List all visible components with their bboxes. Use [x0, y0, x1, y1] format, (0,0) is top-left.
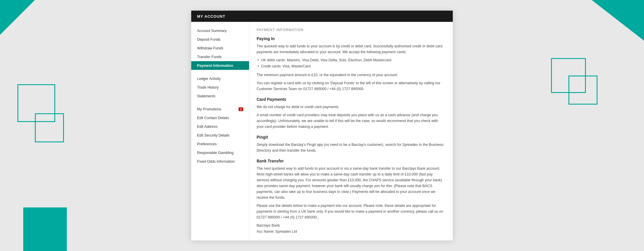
sidebar-item-label-edit-address: Edit Address: [197, 125, 217, 129]
sidebar-item-label-account-summary: Account Summary: [197, 29, 227, 33]
sidebar-item-my-promotions[interactable]: My Promotions2: [191, 105, 249, 114]
sidebar-item-label-payment-information: Payment Information: [197, 64, 233, 68]
section-para-card-payments-1: A small number of credit card providers …: [257, 112, 446, 129]
sidebar-item-transfer-funds[interactable]: Transfer Funds: [191, 53, 249, 61]
content-section-title: PAYMENT INFORMATION: [257, 28, 446, 32]
section-para-pingit-0: Simply download the Barclay's Pingit app…: [257, 141, 446, 153]
sidebar-item-label-transfer-funds: Transfer Funds: [197, 55, 221, 59]
sidebar-item-edit-security-details[interactable]: Edit Security Details: [191, 131, 249, 140]
sidebar-item-edit-contact-details[interactable]: Edit Contact Details: [191, 114, 249, 122]
sidebar-item-fixed-odds-information[interactable]: Fixed Odds Information: [191, 157, 249, 166]
sidebar-item-statements[interactable]: Statements: [191, 92, 249, 101]
section-list-item-paying-in-0: UK debit cards: Maestro, Visa Debit, Vis…: [261, 57, 446, 63]
sidebar-divider-8: [191, 101, 249, 105]
sidebar: Account SummaryDeposit FundsWithdraw Fun…: [191, 22, 249, 241]
content-sections: Paying InThe quickest way to add funds t…: [257, 36, 446, 235]
sidebar-item-label-my-promotions: My Promotions: [197, 107, 221, 111]
section-para-paying-in-0: The quickest way to add funds to your ac…: [257, 43, 446, 55]
sidebar-item-label-edit-security-details: Edit Security Details: [197, 133, 230, 137]
section-heading-pingit: Pingit: [257, 135, 446, 139]
sidebar-item-label-fixed-odds-information: Fixed Odds Information: [197, 159, 235, 164]
sidebar-item-deposit-funds[interactable]: Deposit Funds: [191, 35, 249, 44]
section-list-item-paying-in-1: Credit cards: Visa, MasterCard: [261, 63, 446, 69]
sidebar-item-label-statements: Statements: [197, 94, 215, 98]
section-heading-card-payments: Card Payments: [257, 97, 446, 101]
sidebar-item-label-deposit-funds: Deposit Funds: [197, 37, 221, 42]
sidebar-item-ledger-activity[interactable]: Ledger Activity: [191, 74, 249, 83]
sidebar-item-responsible-gambling[interactable]: Responsible Gambling: [191, 148, 249, 157]
section-heading-paying-in: Paying In: [257, 36, 446, 41]
account-panel: MY ACCOUNT Account SummaryDeposit FundsW…: [191, 11, 453, 241]
sidebar-item-label-ledger-activity: Ledger Activity: [197, 77, 221, 81]
sidebar-item-preferences[interactable]: Preferences: [191, 140, 249, 148]
bg-decoration-outline-2: [35, 113, 64, 142]
bg-decoration-teal-topleft: [0, 0, 35, 35]
bank-detail-bank-transfer-0: Barclays Bank: [257, 222, 446, 228]
sidebar-item-trade-history[interactable]: Trade History: [191, 83, 249, 92]
bank-detail-bank-transfer-1: Acc Name: Spreadex Ltd: [257, 228, 446, 234]
section-para-card-payments-0: We do not charge for debit or credit car…: [257, 104, 446, 110]
main-content: PAYMENT INFORMATION Paying InThe quickes…: [249, 22, 453, 241]
section-para-bank-transfer-1: Please use the details below to make a p…: [257, 202, 446, 220]
sidebar-item-label-preferences: Preferences: [197, 142, 217, 146]
bg-decoration-teal-bottomleft: [23, 207, 67, 251]
section-list-paying-in: UK debit cards: Maestro, Visa Debit, Vis…: [257, 57, 446, 70]
sidebar-badge-my-promotions: 2: [239, 107, 243, 111]
section-afterpara-paying-in-0: The minimum payment amount is £10, or th…: [257, 72, 446, 78]
sidebar-divider-5: [191, 70, 249, 74]
sidebar-item-payment-information[interactable]: Payment Information: [191, 61, 249, 70]
bg-decoration-teal-topright: [592, 0, 644, 41]
sidebar-item-account-summary[interactable]: Account Summary: [191, 26, 249, 35]
section-afterpara-paying-in-1: You can register a card with us by click…: [257, 80, 446, 92]
account-header-title: MY ACCOUNT: [197, 14, 225, 19]
sidebar-item-label-responsible-gambling: Responsible Gambling: [197, 151, 234, 155]
account-header: MY ACCOUNT: [191, 11, 453, 22]
content-area: Account SummaryDeposit FundsWithdraw Fun…: [191, 22, 453, 241]
section-para-bank-transfer-0: The next quickest way to add funds to yo…: [257, 165, 446, 200]
sidebar-item-edit-address[interactable]: Edit Address: [191, 122, 249, 131]
sidebar-item-label-trade-history: Trade History: [197, 85, 219, 89]
sidebar-item-withdraw-funds[interactable]: Withdraw Funds: [191, 44, 249, 53]
sidebar-item-label-withdraw-funds: Withdraw Funds: [197, 46, 223, 50]
section-heading-bank-transfer: Bank Transfer: [257, 158, 446, 163]
sidebar-item-label-edit-contact-details: Edit Contact Details: [197, 116, 229, 120]
bg-decoration-outline-right2: [568, 76, 598, 105]
